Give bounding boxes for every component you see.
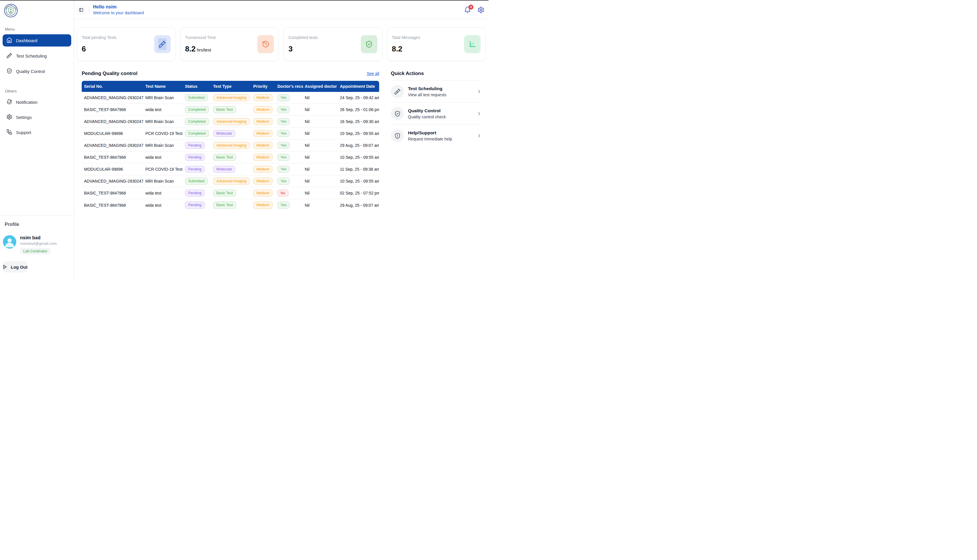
shield-alert-icon	[391, 129, 404, 142]
stat-card-label: Total Messages	[392, 35, 420, 40]
cell-priority: Medium	[253, 166, 277, 173]
cell-priority: Medium	[253, 130, 277, 137]
sidebar-item-label: Settings	[16, 115, 32, 120]
sidebar-item-support[interactable]: Support	[3, 127, 71, 138]
sidebar-toggle-button[interactable]	[77, 6, 85, 14]
badge-yes: Yes	[277, 178, 290, 185]
badge-medium: Medium	[253, 142, 272, 149]
see-all-link[interactable]: See all	[367, 71, 379, 76]
cell-doctors-recs: Yes	[277, 202, 305, 209]
profile-section-label: Profile	[5, 222, 74, 227]
sidebar-item-quality-control[interactable]: Quality Control	[3, 65, 71, 77]
table-row[interactable]: ADVANCED_IMAGING-2830247MRI Brain ScanCo…	[82, 116, 379, 128]
column-header-appointment-date: Appointment Date	[340, 84, 379, 89]
badge-yes: Yes	[277, 130, 290, 137]
table-row[interactable]: BASIC_TEST-9847968wida testPendingBasic …	[82, 187, 379, 199]
badge-advanced-imaging: Advanced Imaging	[213, 118, 250, 125]
badge-yes: Yes	[277, 202, 290, 209]
table-row[interactable]: MODUCULAR-99896PCR COVID-19 TestComplete…	[82, 128, 379, 140]
home-icon	[7, 37, 12, 44]
cell-serial: BASIC_TEST-9847968	[82, 107, 145, 112]
cell-serial: ADVANCED_IMAGING-2830247	[82, 95, 145, 100]
bell-dot-icon	[7, 99, 12, 105]
cell-serial: ADVANCED_IMAGING-2830247	[82, 179, 145, 183]
table-row[interactable]: BASIC_TEST-9847968wida testCompletedBasi…	[82, 104, 379, 116]
cell-doctors-recs: No	[277, 190, 305, 197]
badge-medium: Medium	[253, 154, 272, 161]
cell-status: Submitted	[185, 178, 213, 185]
cell-serial: BASIC_TEST-9847968	[82, 203, 145, 208]
badge-completed: Completed	[185, 118, 209, 125]
cell-status: Pending	[185, 142, 213, 149]
profile-email: nsimbad@gmail.com	[20, 241, 57, 246]
panel-left-icon	[79, 8, 83, 12]
stats-cards-row: Total pending Tests 6 Turnaround Time 8.…	[77, 27, 485, 61]
table-row[interactable]: ADVANCED_IMAGING-2830247MRI Brain ScanPe…	[82, 140, 379, 152]
badge-medium: Medium	[253, 118, 272, 125]
greeting-subtitle: Welcome to your dashboard	[93, 10, 144, 15]
cell-appointment-date: 02 Sep, 25 - 07:52 pm	[340, 191, 379, 195]
cell-doctors-recs: Yes	[277, 106, 305, 113]
cell-test-type: Basic Test	[213, 202, 253, 209]
badge-submitted: Submitted	[185, 94, 208, 102]
cell-test-name: MRI Brain Scan	[145, 143, 185, 148]
cell-appointment-date: 11 Sep, 25 - 09:38 am	[340, 167, 379, 172]
cell-status: Pending	[185, 190, 213, 197]
column-header-test-type: Test Type	[213, 84, 253, 89]
sidebar-item-label: Test Scheduling	[16, 53, 47, 58]
quick-action-test-scheduling[interactable]: Test Scheduling View all test requests	[391, 80, 482, 102]
cell-test-name: MRI Brain Scan	[145, 179, 185, 183]
gear-icon	[477, 7, 484, 13]
quick-action-subtitle: Quality control check	[408, 115, 446, 119]
cell-test-name: wida test	[145, 107, 185, 112]
cell-assigned-doctor: Nil	[305, 179, 340, 183]
badge-yes: Yes	[277, 166, 290, 173]
quick-action-help-support[interactable]: Help/Support Request Immediate help	[391, 125, 482, 147]
cell-test-type: Advanced Imaging	[213, 178, 253, 185]
chevron-right-icon	[477, 111, 482, 116]
shield-check-icon	[391, 107, 404, 120]
avatar	[3, 235, 16, 248]
chevron-right-icon	[477, 89, 482, 94]
cell-status: Completed	[185, 130, 213, 137]
badge-basic-test: Basic Test	[213, 190, 236, 197]
badge-medium: Medium	[253, 106, 272, 113]
logout-button[interactable]: Log Out	[3, 262, 27, 272]
stat-card-value: 6	[82, 45, 117, 53]
cell-test-type: Molecular	[213, 166, 253, 173]
badge-pending: Pending	[185, 154, 205, 161]
phone-icon	[7, 129, 12, 136]
notifications-button[interactable]: 4	[464, 7, 471, 13]
settings-button[interactable]	[477, 7, 484, 13]
cell-appointment-date: 10 Sep, 25 - 09:55 am	[340, 131, 379, 136]
cell-assigned-doctor: Nil	[305, 131, 340, 136]
cell-priority: Medium	[253, 94, 277, 102]
chevron-right-icon	[477, 133, 482, 138]
others-section-label: Others	[5, 89, 74, 93]
cell-assigned-doctor: Nil	[305, 95, 340, 100]
table-row[interactable]: ADVANCED_IMAGING-2830247MRI Brain ScanSu…	[82, 175, 379, 187]
table-row[interactable]: MODUCULAR-99896PCR COVID-19 TestPendingM…	[82, 163, 379, 175]
quick-action-quality-control[interactable]: Quality Control Quality control check	[391, 102, 482, 125]
badge-advanced-imaging: Advanced Imaging	[213, 178, 250, 185]
cell-appointment-date: 26 Sep, 25 - 01:06 pm	[340, 107, 379, 112]
table-row[interactable]: ADVANCED_IMAGING-2830247MRI Brain ScanSu…	[82, 92, 379, 104]
logout-label: Log Out	[11, 265, 27, 270]
badge-no: No	[277, 190, 288, 197]
sidebar-item-test-scheduling[interactable]: Test Scheduling	[3, 50, 71, 62]
cell-assigned-doctor: Nil	[305, 203, 340, 208]
profile-name: nsim bad	[20, 235, 57, 240]
header-divider	[89, 7, 89, 13]
profile-row: nsim bad nsimbad@gmail.com Lab Cordinato…	[3, 235, 71, 254]
table-row[interactable]: BASIC_TEST-9847968wida testPendingBasic …	[82, 199, 379, 211]
sidebar-item-notification[interactable]: Notification	[3, 96, 71, 108]
quick-actions-title: Quick Actions	[391, 71, 482, 77]
sidebar-item-label: Notification	[16, 100, 38, 105]
badge-yes: Yes	[277, 94, 290, 102]
greeting-title: Hello nsim	[93, 4, 144, 10]
badge-medium: Medium	[253, 190, 272, 197]
table-row[interactable]: BASIC_TEST-9847968wida testPendingBasic …	[82, 152, 379, 163]
sidebar-item-settings[interactable]: Settings	[3, 112, 71, 123]
sidebar-item-dashboard[interactable]: Dashboard	[3, 34, 71, 47]
cell-test-name: wida test	[145, 155, 185, 160]
